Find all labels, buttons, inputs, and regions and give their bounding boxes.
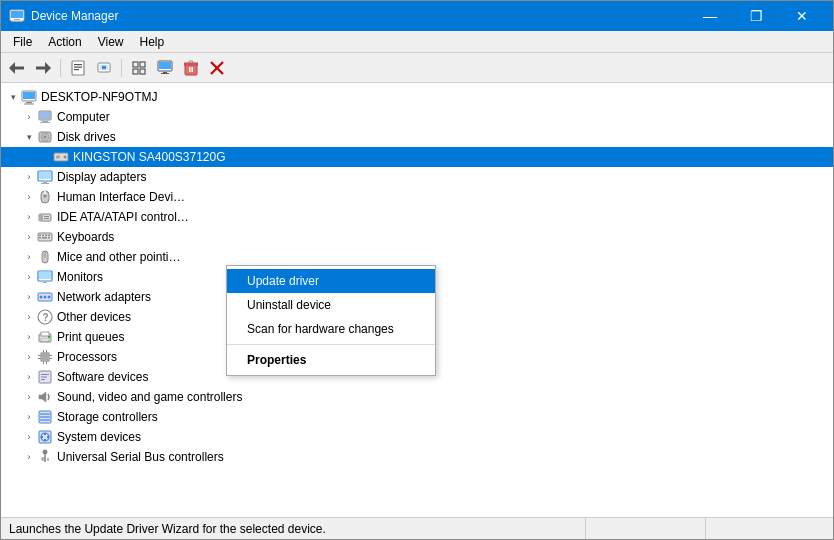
main-content: ▾DESKTOP-NF9OTMJ›Computer▾Disk drivesKIN…	[1, 83, 833, 517]
svg-rect-105	[41, 436, 43, 438]
svg-rect-5	[14, 66, 24, 69]
svg-rect-37	[40, 112, 50, 119]
tree-label-processors: Processors	[57, 350, 833, 364]
svg-point-46	[64, 156, 67, 159]
tree-toggle-software[interactable]: ›	[21, 369, 37, 385]
tree-label-sound: Sound, video and game controllers	[57, 390, 833, 404]
tree-icon-sound	[37, 389, 53, 405]
tree-item-mice[interactable]: ›Mice and other pointi…	[1, 247, 833, 267]
tree-label-display: Display adapters	[57, 170, 833, 184]
tree-label-kingston: KINGSTON SA400S37120G	[73, 150, 833, 164]
tree-icon-usb	[37, 449, 53, 465]
tree-toggle-disk-drives[interactable]: ▾	[21, 129, 37, 145]
tree-label-network: Network adapters	[57, 290, 833, 304]
tree-label-storage: Storage controllers	[57, 410, 833, 424]
tree-item-system[interactable]: ›System devices	[1, 427, 833, 447]
tree-toggle-mice[interactable]: ›	[21, 249, 37, 265]
update-driver-button[interactable]	[92, 56, 116, 80]
properties-button[interactable]	[66, 56, 90, 80]
tree-toggle-keyboards[interactable]: ›	[21, 229, 37, 245]
tree-item-sound[interactable]: ›Sound, video and game controllers	[1, 387, 833, 407]
tree-toggle-other[interactable]: ›	[21, 309, 37, 325]
tree-item-computer[interactable]: ›Computer	[1, 107, 833, 127]
close-button[interactable]: ✕	[779, 1, 825, 31]
toolbar-sep-1	[60, 59, 61, 77]
tree-toggle-network[interactable]: ›	[21, 289, 37, 305]
tree-icon-kingston	[53, 149, 69, 165]
minimize-button[interactable]: —	[687, 1, 733, 31]
tree-toggle-display[interactable]: ›	[21, 169, 37, 185]
context-menu-item-update-driver[interactable]: Update driver	[227, 269, 435, 293]
show-hide-button[interactable]	[127, 56, 151, 80]
svg-rect-98	[40, 413, 50, 415]
tree-toggle-computer[interactable]: ›	[21, 109, 37, 125]
tree-toggle-root[interactable]: ▾	[5, 89, 21, 105]
tree-item-display[interactable]: ›Display adapters	[1, 167, 833, 187]
cancel-button[interactable]	[205, 56, 229, 80]
svg-rect-91	[49, 358, 52, 359]
svg-rect-33	[23, 92, 35, 99]
tree-toggle-sound[interactable]: ›	[21, 389, 37, 405]
toolbar	[1, 53, 833, 83]
uninstall-button[interactable]	[179, 56, 203, 80]
svg-point-52	[44, 195, 47, 198]
tree-item-keyboards[interactable]: ›Keyboards	[1, 227, 833, 247]
svg-rect-80	[41, 339, 49, 341]
tree-toggle-processors[interactable]: ›	[21, 349, 37, 365]
forward-button[interactable]	[31, 56, 55, 80]
context-menu-item-scan-hardware[interactable]: Scan for hardware changes	[227, 317, 435, 341]
tree-label-keyboards: Keyboards	[57, 230, 833, 244]
tree-item-storage[interactable]: ›Storage controllers	[1, 407, 833, 427]
status-pane-2	[705, 518, 825, 539]
tree-toggle-storage[interactable]: ›	[21, 409, 37, 425]
tree-toggle-monitors[interactable]: ›	[21, 269, 37, 285]
back-button[interactable]	[5, 56, 29, 80]
svg-rect-20	[140, 69, 145, 74]
svg-rect-70	[39, 272, 51, 279]
tree-label-monitors: Monitors	[57, 270, 833, 284]
svg-rect-99	[40, 416, 50, 418]
tree-toggle-kingston[interactable]	[37, 149, 53, 165]
tree-toggle-print[interactable]: ›	[21, 329, 37, 345]
svg-rect-23	[163, 72, 167, 73]
svg-rect-7	[36, 66, 46, 69]
context-menu-item-uninstall-device[interactable]: Uninstall device	[227, 293, 435, 317]
tree-item-usb[interactable]: ›Universal Serial Bus controllers	[1, 447, 833, 467]
tree-item-kingston[interactable]: KINGSTON SA400S37120G	[1, 147, 833, 167]
tree-toggle-ide[interactable]: ›	[21, 209, 37, 225]
monitor-button[interactable]	[153, 56, 177, 80]
status-pane-1	[585, 518, 705, 539]
svg-rect-48	[39, 172, 51, 179]
menu-file[interactable]: File	[5, 31, 40, 52]
menu-action[interactable]: Action	[40, 31, 89, 52]
svg-rect-49	[43, 182, 47, 183]
tree-toggle-hid[interactable]: ›	[21, 189, 37, 205]
svg-rect-8	[72, 61, 84, 75]
tree-item-disk-drives[interactable]: ▾Disk drives	[1, 127, 833, 147]
window-icon	[9, 8, 25, 24]
tree-item-root[interactable]: ▾DESKTOP-NF9OTMJ	[1, 87, 833, 107]
tree-icon-hid	[37, 189, 53, 205]
svg-rect-34	[26, 102, 32, 103]
window-title: Device Manager	[31, 9, 687, 23]
tree-label-software: Software devices	[57, 370, 833, 384]
svg-rect-50	[41, 183, 49, 184]
menu-bar: File Action View Help	[1, 31, 833, 53]
tree-toggle-usb[interactable]: ›	[21, 449, 37, 465]
svg-rect-83	[42, 354, 48, 360]
tree-label-usb: Universal Serial Bus controllers	[57, 450, 833, 464]
svg-rect-10	[74, 66, 82, 67]
maximize-button[interactable]: ❐	[733, 1, 779, 31]
tree-label-print: Print queues	[57, 330, 833, 344]
tree-toggle-system[interactable]: ›	[21, 429, 37, 445]
menu-view[interactable]: View	[90, 31, 132, 52]
tree-item-ide[interactable]: ›IDE ATA/ATAPI control…	[1, 207, 833, 227]
tree-label-ide: IDE ATA/ATAPI control…	[57, 210, 833, 224]
svg-rect-24	[161, 73, 169, 74]
menu-help[interactable]: Help	[132, 31, 173, 52]
svg-rect-25	[185, 64, 197, 75]
svg-rect-45	[56, 156, 60, 159]
title-bar: Device Manager — ❐ ✕	[1, 1, 833, 31]
context-menu-item-properties[interactable]: Properties	[227, 348, 435, 372]
tree-item-hid[interactable]: ›Human Interface Devi…	[1, 187, 833, 207]
